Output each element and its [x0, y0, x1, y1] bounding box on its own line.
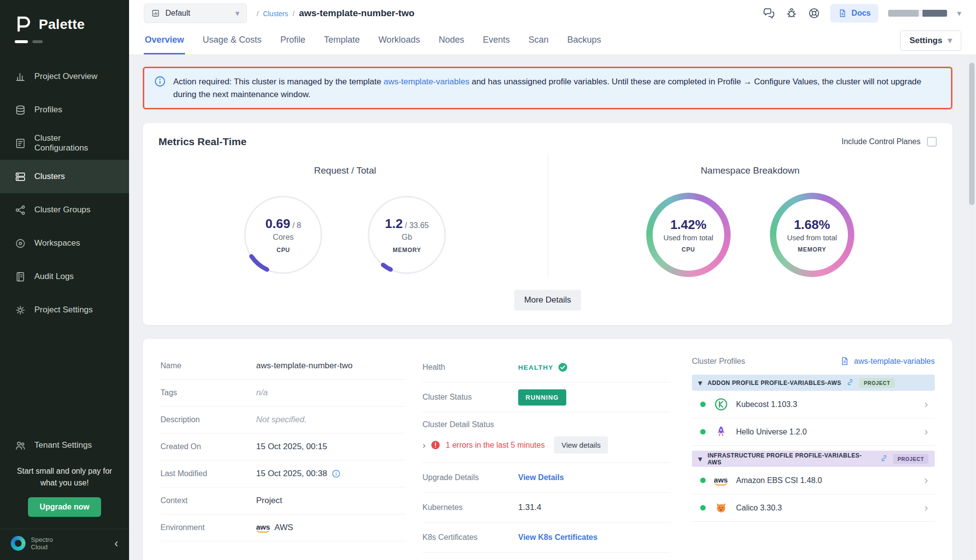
- alert-message: Action required: This cluster is managed…: [173, 76, 941, 101]
- pack-row-hello-universe[interactable]: Hello Universe 1.2.0 ›: [692, 418, 935, 446]
- chat-icon[interactable]: [763, 7, 775, 20]
- tab-nodes[interactable]: Nodes: [438, 26, 465, 54]
- more-details-button[interactable]: More Details: [514, 290, 580, 310]
- kubernetes-row: Kubernetes 1.31.4: [422, 493, 670, 523]
- health-status: HEALTHY: [518, 362, 568, 372]
- settings-button[interactable]: Settings ▾: [900, 30, 961, 51]
- pack-row-amazon-ebs-csi[interactable]: aws Amazon EBS CSI 1.48.0 ›: [692, 467, 935, 494]
- share-nodes-icon: [15, 204, 26, 216]
- sidebar-item-label: Cluster Configurations: [34, 133, 114, 153]
- view-k8s-certificates-link[interactable]: View K8s Certificates: [518, 533, 598, 542]
- detail-row-description: Description Not specified.: [160, 407, 406, 433]
- document-settings-icon: [15, 138, 26, 149]
- project-selector[interactable]: Default ▾: [144, 3, 247, 23]
- info-icon[interactable]: [332, 469, 341, 478]
- tab-events[interactable]: Events: [482, 26, 511, 54]
- cluster-profiles-title: Cluster Profiles: [692, 357, 745, 366]
- bug-report-icon[interactable]: [785, 7, 798, 20]
- upgrade-now-button[interactable]: Upgrade now: [28, 497, 101, 517]
- palette-logo-icon: [15, 15, 32, 34]
- tab-workloads[interactable]: Workloads: [377, 26, 421, 54]
- tab-backups[interactable]: Backups: [566, 26, 602, 54]
- chevron-down-icon: ▾: [698, 455, 702, 462]
- pack-row-kubecost[interactable]: Kubecost 1.103.3 ›: [692, 391, 935, 418]
- hello-universe-rocket-icon: [713, 425, 729, 438]
- sidebar-item-label: Project Settings: [34, 305, 93, 315]
- brand-row: Spectro Cloud ‹: [0, 529, 129, 560]
- disc-icon: [15, 238, 26, 249]
- sidebar-item-label: Clusters: [34, 172, 65, 181]
- app-root: Palette Project Overview Profiles Cluste…: [0, 0, 976, 560]
- sidebar-collapse-icon[interactable]: ‹: [114, 537, 118, 549]
- chevron-down-icon[interactable]: ▾: [957, 9, 961, 18]
- bar-chart-icon: [15, 71, 26, 82]
- template-profile-link[interactable]: aws-template-variables: [840, 356, 935, 366]
- tab-scan[interactable]: Scan: [528, 26, 550, 54]
- calico-cat-icon: [713, 501, 729, 514]
- cluster-status-row: Cluster Status RUNNING: [422, 382, 670, 412]
- request-total-section: Request / Total 0.69 / 8 Cores: [143, 153, 548, 277]
- addon-profile-header[interactable]: ▾ ADDON PROFILE PROFILE-VARIABLES-AWS PR…: [692, 375, 935, 391]
- infrastructure-profile-group: ▾ INFRASTRUCTURE PROFILE PROFILE-VARIABL…: [692, 451, 935, 522]
- metrics-title: Metrics Real-Time: [158, 136, 246, 148]
- detail-row-context: Context Project: [160, 487, 406, 514]
- bar-icon: [15, 40, 28, 43]
- cluster-detail-status-block: Cluster Detail Status › 1 errors in the …: [422, 412, 670, 463]
- tab-overview[interactable]: Overview: [144, 26, 185, 54]
- kubecost-icon: [713, 398, 729, 411]
- sidebar-bottom: Tenant Settings Start small and only pay…: [0, 430, 129, 560]
- sidebar-item-project-overview[interactable]: Project Overview: [0, 60, 129, 93]
- detail-row-environment: Environment aws AWS: [160, 514, 406, 541]
- running-status-badge: RUNNING: [518, 389, 566, 406]
- upgrade-view-details-link[interactable]: View Details: [518, 473, 564, 482]
- sidebar-item-tenant-settings[interactable]: Tenant Settings: [0, 430, 129, 460]
- memory-namespace-donut: 1.68% Used from total MEMORY: [770, 193, 854, 277]
- upgrade-details-row: Upgrade Details View Details: [422, 463, 670, 493]
- tab-usage-costs[interactable]: Usage & Costs: [202, 26, 263, 54]
- expand-chevron-icon[interactable]: ›: [422, 440, 425, 450]
- include-control-planes-checkbox[interactable]: [927, 137, 937, 147]
- scrollbar-thumb[interactable]: [969, 63, 975, 205]
- breadcrumb-clusters-link[interactable]: Clusters: [263, 10, 288, 18]
- health-row: Health HEALTHY: [422, 353, 670, 382]
- gear-icon: [15, 305, 26, 316]
- infrastructure-profile-header[interactable]: ▾ INFRASTRUCTURE PROFILE PROFILE-VARIABL…: [692, 451, 935, 467]
- spectro-cloud-logo-icon: [11, 536, 26, 551]
- sidebar: Palette Project Overview Profiles Cluste…: [0, 0, 129, 560]
- support-lifebuoy-icon[interactable]: [808, 7, 820, 20]
- sidebar-item-cluster-configurations[interactable]: Cluster Configurations: [0, 127, 129, 160]
- sidebar-item-clusters[interactable]: Clusters: [0, 160, 129, 193]
- sidebar-item-label: Project Overview: [34, 72, 97, 81]
- docs-button[interactable]: Docs: [830, 4, 878, 23]
- memory-request-gauge: 1.2 / 33.65 Gb MEMORY: [365, 193, 449, 277]
- tab-profile[interactable]: Profile: [279, 26, 306, 54]
- sidebar-item-profiles[interactable]: Profiles: [0, 93, 129, 127]
- detail-row-tags: Tags n/a: [160, 380, 406, 407]
- sidebar-item-project-settings[interactable]: Project Settings: [0, 293, 129, 327]
- chevron-down-icon: ▾: [235, 9, 239, 18]
- pack-row-calico[interactable]: Calico 3.30.3 ›: [692, 494, 935, 522]
- sidebar-item-cluster-groups[interactable]: Cluster Groups: [0, 193, 129, 227]
- template-variables-link[interactable]: aws-template-variables: [384, 77, 470, 86]
- view-details-button[interactable]: View details: [554, 436, 608, 454]
- aws-logo-icon: aws: [713, 476, 729, 485]
- sidebar-item-workspaces[interactable]: Workspaces: [0, 227, 129, 260]
- main-area: Default ▾ / Clusters / aws-template-numb…: [129, 0, 976, 560]
- status-dot: [700, 505, 706, 510]
- chevron-right-icon: ›: [924, 503, 928, 513]
- action-required-alert: Action required: This cluster is managed…: [143, 67, 952, 109]
- tab-template[interactable]: Template: [323, 26, 361, 54]
- sidebar-item-audit-logs[interactable]: Audit Logs: [0, 260, 129, 293]
- info-icon: [154, 76, 166, 89]
- status-dot: [700, 429, 706, 434]
- document-icon: [838, 9, 847, 18]
- cluster-profiles-column: Cluster Profiles aws-template-variables …: [692, 353, 935, 553]
- detail-row-created-on: Created On 15 Oct 2025, 00:15: [160, 433, 406, 460]
- cluster-tabs: Overview Usage & Costs Profile Template …: [129, 26, 976, 55]
- top-bar: Default ▾ / Clusters / aws-template-numb…: [129, 0, 976, 26]
- error-icon: [431, 440, 440, 450]
- breadcrumb-separator: /: [292, 10, 294, 18]
- project-badge: PROJECT: [859, 378, 895, 388]
- sidebar-item-label: Tenant Settings: [34, 440, 92, 450]
- request-total-title: Request / Total: [314, 165, 376, 176]
